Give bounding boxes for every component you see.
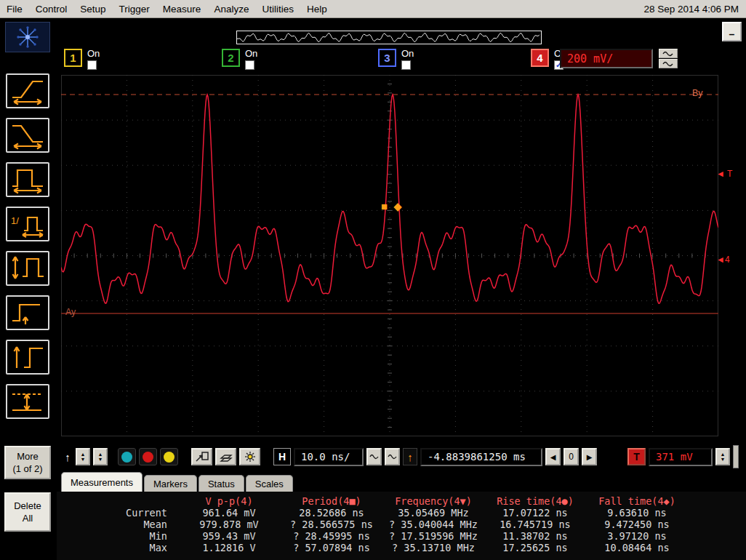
menu-setup[interactable]: Setup — [73, 1, 112, 17]
menu-measure[interactable]: Measure — [156, 1, 208, 17]
channel-4-coupling-button-top[interactable] — [659, 49, 678, 58]
channel-2-checkbox[interactable] — [245, 60, 254, 70]
position-zero-button[interactable]: 0 — [563, 448, 579, 465]
horizontal-position-display[interactable]: -4.8839861250 ms — [420, 448, 542, 466]
vertical-offset-spinner[interactable]: ▲▼ — [93, 448, 108, 465]
marker-ay-label[interactable]: Ay — [65, 307, 76, 317]
scope-logo — [5, 22, 50, 52]
channel-4-ground-marker[interactable]: ◄4 — [716, 255, 730, 265]
meas-header-period: Period(4■) — [281, 495, 382, 507]
channel-3-checkbox[interactable] — [401, 60, 411, 70]
delete-all-label: All — [23, 512, 33, 524]
vertical-scale-spinner[interactable]: ▲▼ — [76, 448, 90, 465]
channel-3-on-label: On — [401, 49, 414, 59]
channel-4-coupling-button-bottom[interactable] — [659, 59, 678, 68]
sine-icon — [369, 453, 380, 460]
marker-by-label[interactable]: By — [692, 88, 703, 98]
menu-analyze[interactable]: Analyze — [207, 1, 255, 17]
marker-slider[interactable] — [733, 445, 739, 468]
brightness-button[interactable] — [239, 448, 260, 465]
waveform-display[interactable]: By Ay ◄ T ◄4 ■ ◆ — [57, 73, 746, 441]
menu-utilities[interactable]: Utilities — [255, 1, 300, 17]
teal-marker-button[interactable] — [118, 448, 136, 465]
value-cell: ? 57.07894 ns — [281, 542, 382, 553]
timebase-fine-button-2[interactable] — [385, 448, 400, 465]
waveform-grid[interactable] — [61, 75, 718, 436]
tab-scales[interactable]: Scales — [246, 475, 293, 492]
tool-pulse-width-button[interactable] — [6, 162, 49, 197]
row-label: Min — [57, 530, 177, 542]
menu-bar: File Control Setup Trigger Measure Analy… — [0, 0, 746, 18]
channel-1-button[interactable]: 1 — [64, 49, 82, 67]
tab-markers[interactable]: Markers — [144, 475, 197, 492]
channel-4-scale-display[interactable]: 200 mV/ — [560, 49, 653, 68]
waveform-overview-strip[interactable] — [236, 31, 542, 44]
up-arrow-indicator: ↑ — [63, 451, 73, 463]
horizontal-menu-button[interactable]: H — [273, 448, 291, 465]
meas-header-frequency: Frequency(4▼) — [382, 495, 484, 507]
tool-tall-arrow-step-button[interactable] — [6, 340, 49, 375]
timebase-display[interactable]: 10.0 ns/ — [294, 448, 364, 466]
teal-ball-icon — [121, 452, 132, 463]
more-label: More — [17, 450, 39, 463]
trigger-level-marker[interactable]: ◄ T — [716, 169, 732, 179]
minimize-button[interactable]: – — [722, 22, 742, 41]
more-page-indicator: (1 of 2) — [12, 463, 42, 475]
channel-3-button[interactable]: 3 — [378, 49, 396, 67]
yellow-marker-button[interactable] — [160, 448, 178, 465]
more-pages-button[interactable]: More (1 of 2) — [4, 446, 51, 479]
falling-edge-icon — [9, 121, 46, 150]
sine-icon — [662, 50, 674, 57]
value-cell: ? 35.13710 MHz — [382, 542, 484, 553]
value-cell: 10.08464 ns — [586, 542, 688, 553]
tool-vertical-range-pulse-button[interactable] — [6, 251, 49, 286]
export-icon — [195, 451, 209, 463]
tool-falling-edge-button[interactable] — [6, 118, 49, 153]
meas-header-fall-time: Fall time(4◆) — [586, 495, 688, 507]
tool-sidebar: 1/ — [0, 18, 57, 560]
export-button[interactable] — [191, 448, 212, 465]
one-over-pulse-icon: 1/ — [9, 209, 46, 239]
menu-help[interactable]: Help — [300, 1, 334, 17]
measurements-panel: V p-p(4) Period(4■) Frequency(4▼) Rise t… — [57, 492, 746, 560]
trigger-level-spinner[interactable]: ▲▼ — [715, 448, 730, 465]
position-left-button[interactable]: ◀ — [545, 448, 561, 465]
row-label: Mean — [57, 519, 177, 530]
value-cell: ? 28.566575 ns — [281, 519, 382, 530]
trigger-level-display[interactable]: 371 mV — [649, 448, 713, 466]
tall-arrow-step-icon — [9, 343, 46, 372]
value-cell: 17.25625 ns — [484, 542, 586, 553]
rising-edge-icon — [9, 76, 46, 105]
dashed-pulse-icon — [9, 387, 46, 416]
tool-one-over-pulse-button[interactable]: 1/ — [6, 207, 49, 241]
channel-1-checkbox[interactable] — [87, 60, 97, 70]
value-cell: 28.52686 ns — [281, 507, 382, 519]
status-area: Acquisition is stopped. 20.0 GSa/s 2.00 … — [57, 18, 746, 47]
meas-header-rise-time: Rise time(4●) — [484, 495, 586, 507]
channel-2-button[interactable]: 2 — [222, 49, 240, 67]
red-ball-icon — [143, 452, 153, 463]
timebase-fine-button-1[interactable] — [366, 448, 382, 465]
value-cell: 959.43 mV — [177, 530, 281, 542]
tab-status[interactable]: Status — [198, 475, 244, 492]
trigger-position-button[interactable]: ↑ — [403, 448, 417, 465]
value-cell: 1.12816 V — [177, 542, 281, 553]
result-tabs: Measurements Markers Status Scales — [57, 472, 746, 492]
trigger-menu-button[interactable]: T — [627, 448, 646, 465]
channel-4-button[interactable]: 4 — [531, 49, 549, 67]
measurement-point-markers[interactable]: ■ ◆ — [381, 200, 404, 213]
tool-rise-marker-pulse-button[interactable] — [6, 295, 49, 330]
delete-all-button[interactable]: Delete All — [4, 492, 51, 532]
tool-dashed-pulse-button[interactable] — [6, 384, 49, 419]
menu-control[interactable]: Control — [29, 1, 74, 17]
menu-trigger[interactable]: Trigger — [113, 1, 156, 17]
value-cell: 35.05469 MHz — [382, 507, 484, 519]
value-cell: 11.38702 ns — [484, 530, 586, 542]
tool-rising-edge-button[interactable] — [6, 73, 49, 108]
layers-button[interactable] — [215, 448, 236, 465]
value-cell: 9.63610 ns — [586, 507, 688, 519]
menu-file[interactable]: File — [0, 1, 29, 17]
tab-measurements[interactable]: Measurements — [61, 472, 143, 492]
position-right-button[interactable]: ▶ — [582, 448, 597, 465]
red-marker-button[interactable] — [139, 448, 157, 465]
